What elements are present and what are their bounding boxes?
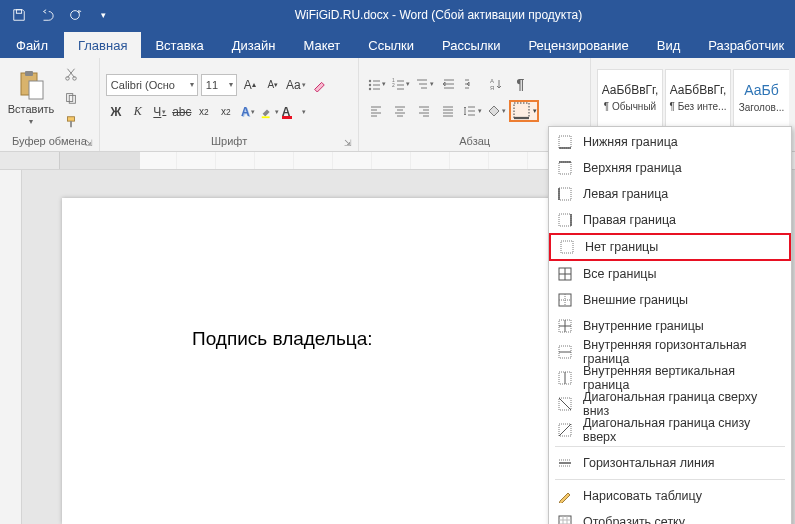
vertical-ruler[interactable] — [0, 170, 22, 524]
font-launcher[interactable]: ⇲ — [344, 138, 352, 148]
tab-mailings[interactable]: Рассылки — [428, 32, 514, 58]
svg-rect-3 — [25, 71, 33, 76]
clear-format-button[interactable] — [309, 75, 329, 95]
svg-rect-9 — [68, 116, 75, 120]
svg-rect-23 — [559, 214, 571, 226]
undo-button[interactable] — [34, 2, 60, 28]
align-left-button[interactable] — [365, 101, 387, 121]
underline-button[interactable]: Ч▾ — [150, 102, 170, 122]
tab-references[interactable]: Ссылки — [354, 32, 428, 58]
tab-insert[interactable]: Вставка — [141, 32, 217, 58]
svg-point-1 — [71, 11, 80, 20]
font-size-combo[interactable]: 11▾ — [201, 74, 237, 96]
tab-file[interactable]: Файл — [0, 32, 64, 58]
align-center-button[interactable] — [389, 101, 411, 121]
svg-rect-20 — [559, 136, 571, 148]
border-inside-h-item[interactable]: Внутренняя горизонтальная граница — [549, 339, 791, 365]
paragraph-group-label: Абзац — [459, 135, 490, 147]
border-inside-v-item[interactable]: Внутренняя вертикальная граница — [549, 365, 791, 391]
border-right-item[interactable]: Правая граница — [549, 207, 791, 233]
shrink-font-button[interactable]: A▾ — [263, 75, 283, 95]
border-inside-v-icon — [557, 370, 573, 386]
tab-home[interactable]: Главная — [64, 32, 141, 58]
text-effects-button[interactable]: A▾ — [238, 102, 258, 122]
borders-button[interactable]: ▾ — [509, 100, 539, 122]
svg-rect-24 — [561, 241, 573, 253]
svg-rect-19 — [514, 103, 529, 118]
svg-rect-4 — [29, 81, 43, 99]
border-diag-up-icon — [557, 422, 573, 438]
shading-button[interactable]: ▾ — [485, 101, 507, 121]
menu-separator — [555, 479, 785, 480]
justify-button[interactable] — [437, 101, 459, 121]
style-normal[interactable]: АаБбВвГг,¶ Обычный — [597, 69, 663, 127]
svg-rect-22 — [559, 188, 571, 200]
subscript-button[interactable]: x2 — [194, 102, 214, 122]
paste-button[interactable]: Вставить ▾ — [6, 69, 56, 126]
svg-rect-21 — [559, 162, 571, 174]
superscript-button[interactable]: x2 — [216, 102, 236, 122]
border-outside-icon — [557, 292, 573, 308]
save-button[interactable] — [6, 2, 32, 28]
style-heading[interactable]: АаБбЗаголов... — [733, 69, 789, 127]
group-clipboard: Вставить ▾ Буфер обмена⇲ — [0, 58, 100, 151]
border-outside-item[interactable]: Внешние границы — [549, 287, 791, 313]
border-bottom-item[interactable]: Нижняя граница — [549, 129, 791, 155]
border-top-item[interactable]: Верхняя граница — [549, 155, 791, 181]
quick-access-toolbar: ▾ — [0, 2, 122, 28]
redo-button[interactable] — [62, 2, 88, 28]
svg-point-12 — [369, 79, 371, 81]
border-diag-down-item[interactable]: Диагональная граница сверху вниз — [549, 391, 791, 417]
ribbon-tabs: Файл Главная Вставка Дизайн Макет Ссылки… — [0, 30, 795, 58]
font-color-button[interactable]: A▾ — [282, 102, 306, 122]
qat-customize[interactable]: ▾ — [90, 2, 116, 28]
tab-design[interactable]: Дизайн — [218, 32, 290, 58]
horizontal-line-item[interactable]: Горизонтальная линия — [549, 450, 791, 476]
svg-text:Я: Я — [490, 85, 494, 91]
tab-layout[interactable]: Макет — [289, 32, 354, 58]
show-marks-button[interactable]: ¶ — [509, 74, 531, 94]
view-gridlines-item[interactable]: Отобразить сетку — [549, 509, 791, 524]
border-bottom-icon — [557, 134, 573, 150]
numbering-button[interactable]: 12▾ — [389, 74, 411, 94]
border-diag-up-item[interactable]: Диагональная граница снизу вверх — [549, 417, 791, 443]
line-spacing-button[interactable]: ▾ — [461, 101, 483, 121]
tab-review[interactable]: Рецензирование — [514, 32, 642, 58]
format-painter-button[interactable] — [60, 112, 82, 132]
border-right-icon — [557, 212, 573, 228]
decrease-indent-button[interactable] — [437, 74, 459, 94]
italic-button[interactable]: К — [128, 102, 148, 122]
change-case-button[interactable]: Aa▾ — [286, 75, 306, 95]
font-name-combo[interactable]: Calibri (Осно▾ — [106, 74, 198, 96]
strike-button[interactable]: abc — [172, 102, 192, 122]
border-none-item[interactable]: Нет границы — [549, 233, 791, 261]
clipboard-launcher[interactable]: ⇲ — [85, 138, 93, 148]
tab-view[interactable]: Вид — [643, 32, 695, 58]
draw-table-item[interactable]: Нарисовать таблицу — [549, 483, 791, 509]
border-top-icon — [557, 160, 573, 176]
borders-menu: Нижняя граница Верхняя граница Левая гра… — [548, 126, 792, 524]
cut-button[interactable] — [60, 64, 82, 84]
tab-developer[interactable]: Разработчик — [694, 32, 795, 58]
style-no-spacing[interactable]: АаБбВвГг,¶ Без инте... — [665, 69, 731, 127]
svg-point-14 — [369, 87, 371, 89]
font-group-label: Шрифт — [211, 135, 247, 147]
border-diag-down-icon — [557, 396, 573, 412]
multilevel-button[interactable]: ▾ — [413, 74, 435, 94]
grow-font-button[interactable]: A▴ — [240, 75, 260, 95]
border-all-icon — [557, 266, 573, 282]
menu-separator — [555, 446, 785, 447]
copy-button[interactable] — [60, 88, 82, 108]
border-all-item[interactable]: Все границы — [549, 261, 791, 287]
bold-button[interactable]: Ж — [106, 102, 126, 122]
increase-indent-button[interactable] — [461, 74, 483, 94]
border-left-item[interactable]: Левая граница — [549, 181, 791, 207]
bullets-button[interactable]: ▾ — [365, 74, 387, 94]
sort-button[interactable]: AЯ — [485, 74, 507, 94]
align-right-button[interactable] — [413, 101, 435, 121]
highlight-button[interactable]: ▾ — [260, 102, 280, 122]
grid-icon — [557, 514, 573, 524]
svg-point-13 — [369, 83, 371, 85]
border-left-icon — [557, 186, 573, 202]
border-inside-item[interactable]: Внутренние границы — [549, 313, 791, 339]
